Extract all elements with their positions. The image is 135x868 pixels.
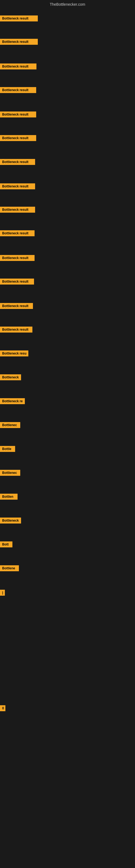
bottleneck-badge[interactable]: Bottleneck result (0, 279, 34, 284)
list-item: 0 (0, 705, 5, 712)
list-item: Bottleneck result (0, 230, 35, 237)
list-item: Bottleneck result (0, 279, 34, 286)
bottleneck-badge[interactable]: Bottlene (0, 565, 19, 571)
bottleneck-badge[interactable]: Bottleneck result (0, 255, 35, 261)
bottleneck-badge[interactable]: 0 (0, 705, 5, 711)
bottleneck-badge[interactable]: Bottleneck result (0, 112, 36, 118)
bottleneck-badge[interactable]: Bottleneck result (0, 87, 36, 93)
bottleneck-badge[interactable]: Bottleneck result (0, 327, 32, 333)
list-item: Bottleneck result (0, 112, 36, 119)
list-item: Bottleneck (0, 518, 21, 525)
list-item: Bottleneck re (0, 398, 25, 405)
bottleneck-badge[interactable]: Bottle (0, 446, 15, 452)
list-item: | (0, 590, 5, 597)
list-item: Bottleneck resu (0, 350, 28, 358)
list-item: Bottleneck result (0, 159, 35, 166)
list-item: Bottleneck result (0, 39, 38, 46)
bottleneck-badge[interactable]: Bottleneck result (0, 159, 35, 165)
site-title: TheBottlenecker.com (50, 2, 85, 6)
bottleneck-badge[interactable]: Bottlen (0, 494, 17, 500)
list-item: Bottlenec (0, 470, 20, 477)
bottleneck-badge[interactable]: Bottleneck result (0, 16, 38, 22)
list-item: Bottleneck result (0, 207, 35, 214)
list-item: Bottleneck result (0, 16, 38, 23)
list-item: Bottlene (0, 565, 19, 572)
bottleneck-badge[interactable]: Bottleneck result (0, 39, 38, 45)
list-item: Bottleneck result (0, 255, 35, 262)
list-item: Bottlenec (0, 422, 20, 429)
bottleneck-badge[interactable]: Bottleneck result (0, 183, 35, 189)
bottleneck-badge[interactable]: Bottleneck result (0, 303, 33, 309)
list-item: Bott (0, 541, 12, 549)
bottleneck-badge[interactable]: Bottleneck result (0, 230, 35, 236)
list-item: Bottleneck result (0, 303, 33, 310)
list-item: Bottleneck (0, 374, 21, 381)
bottleneck-badge[interactable]: Bottleneck re (0, 398, 25, 404)
list-item: Bottleneck result (0, 327, 32, 334)
list-item: Bottlen (0, 494, 17, 501)
list-item: Bottleneck result (0, 183, 35, 190)
list-item: Bottle (0, 446, 15, 453)
bottleneck-badge[interactable]: Bottleneck result (0, 135, 36, 141)
bottleneck-badge[interactable]: Bottleneck result (0, 63, 37, 69)
list-item: Bottleneck result (0, 135, 36, 142)
bottleneck-badge[interactable]: Bottlenec (0, 470, 20, 476)
bottleneck-badge[interactable]: Bottleneck (0, 374, 21, 380)
list-item: Bottleneck result (0, 63, 37, 70)
bottleneck-badge[interactable]: Bott (0, 541, 12, 547)
site-header: TheBottlenecker.com (0, 0, 135, 8)
list-item: Bottleneck result (0, 87, 36, 94)
bottleneck-badge[interactable]: | (0, 590, 5, 596)
bottleneck-badge[interactable]: Bottleneck (0, 518, 21, 524)
bottleneck-badge[interactable]: Bottleneck resu (0, 350, 28, 356)
bottleneck-badge[interactable]: Bottleneck result (0, 207, 35, 213)
bottleneck-badge[interactable]: Bottlenec (0, 422, 20, 428)
